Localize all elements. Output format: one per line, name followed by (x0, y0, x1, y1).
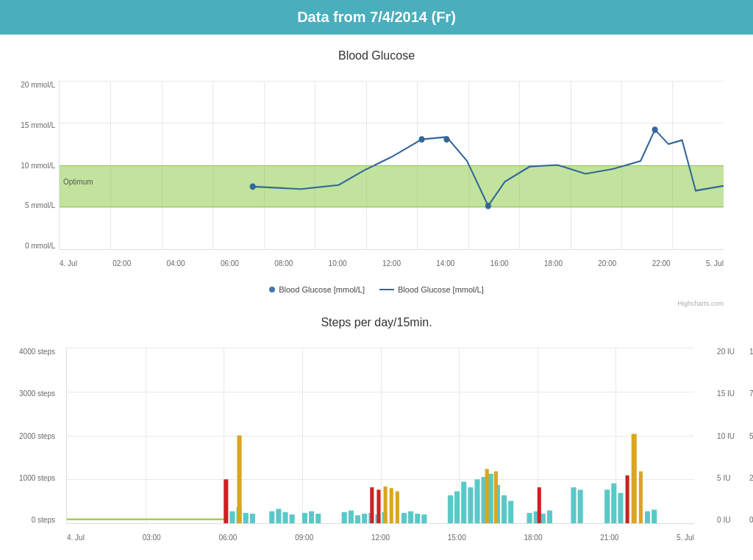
bg-x-0: 4. Jul (60, 259, 77, 268)
steps-x-0: 4. Jul (67, 534, 85, 542)
step-bar-15 (362, 514, 367, 523)
bg-legend-dot-icon (269, 287, 275, 292)
bg-x-1: 02:00 (113, 259, 131, 268)
insulin-bar-5 (626, 475, 629, 523)
bg-x-2: 04:00 (167, 259, 185, 268)
steps-y-iu-5: 5 IU (717, 474, 735, 482)
step-bar-11 (315, 514, 321, 523)
insulin-bar-3 (376, 489, 380, 523)
step-bar-41 (618, 493, 623, 523)
bg-x-10: 20:00 (598, 259, 616, 268)
bg-dot-3 (443, 136, 449, 143)
carb-bar-2 (384, 487, 388, 523)
bg-y-label-15: 15 mmol/L (18, 121, 55, 129)
bg-svg (60, 81, 724, 249)
steps-y-axis-right-g: 100 g 75 g 50 g 25 g 0 g (749, 348, 753, 524)
step-bar-24 (454, 492, 460, 523)
steps-y-1000: 1000 steps (18, 474, 55, 482)
bg-highcharts-credit: Highcharts.com (15, 300, 738, 309)
step-bar-12 (342, 512, 347, 523)
carb-bar-3 (390, 488, 393, 523)
bg-dot-2 (418, 136, 424, 143)
step-bar-3 (243, 513, 249, 523)
step-bar-4 (250, 514, 255, 523)
steps-x-2: 06:00 (218, 534, 237, 542)
steps-y-g-100: 100 g (749, 348, 753, 356)
bg-legend-dot: Blood Glucose [mmol/L] (269, 285, 365, 294)
bg-x-5: 10:00 (329, 259, 347, 268)
steps-legend: Steps [steps] Depth of sleep Insulin [IU… (15, 553, 738, 560)
steps-y-axis-left: 4000 steps 3000 steps 2000 steps 1000 st… (18, 348, 55, 524)
step-bar-6 (276, 509, 281, 523)
steps-y-2000: 2000 steps (18, 432, 55, 440)
bg-legend-line-label: Blood Glucose [mmol/L] (398, 285, 484, 294)
bg-y-axis: 20 mmol/L 15 mmol/L 10 mmol/L 5 mmol/L 0… (18, 81, 55, 250)
step-bar-14 (355, 515, 360, 523)
steps-chart-area: 4000 steps 3000 steps 2000 steps 1000 st… (15, 333, 738, 560)
steps-x-4: 12:00 (371, 534, 390, 542)
steps-y-iu-20: 20 IU (717, 348, 735, 356)
carb-bar-1 (238, 436, 242, 524)
step-bar-37 (571, 487, 576, 523)
steps-chart-inner: 4. Jul 03:00 06:00 09:00 12:00 15:00 18:… (66, 348, 694, 524)
bg-x-6: 12:00 (382, 259, 401, 268)
bg-chart: 20 mmol/L 15 mmol/L 10 mmol/L 5 mmol/L 0… (59, 66, 724, 279)
step-bar-1 (229, 511, 235, 523)
step-bar-13 (349, 511, 354, 523)
steps-x-7: 21:00 (600, 534, 618, 542)
header-title: Data from 7/4/2014 (Fr) (297, 9, 456, 25)
insulin-bar-4 (538, 487, 541, 523)
step-bar-33 (527, 513, 532, 523)
step-bar-39 (604, 489, 610, 523)
bg-chart-title: Blood Glucose (15, 49, 738, 62)
step-bar-40 (611, 484, 616, 523)
bg-x-axis: 4. Jul 02:00 04:00 06:00 08:00 10:00 12:… (60, 259, 724, 268)
bg-chart-inner: Optimum 4. Jul 02:00 04:00 (59, 81, 724, 250)
step-bar-42 (645, 511, 650, 523)
step-bar-7 (282, 512, 288, 523)
bg-legend-line: Blood Glucose [mmol/L] (379, 285, 484, 294)
charts-container: Blood Glucose 20 mmol/L 15 mmol/L 10 mmo… (0, 35, 753, 560)
steps-y-g-75: 75 g (749, 390, 753, 398)
bg-x-11: 22:00 (652, 259, 671, 268)
bg-dot-4 (485, 203, 491, 209)
steps-y-iu-0: 0 IU (717, 516, 735, 524)
step-bar-8 (290, 514, 295, 523)
steps-x-1: 03:00 (143, 534, 161, 542)
steps-x-6: 18:00 (524, 534, 542, 542)
bg-legend: Blood Glucose [mmol/L] Blood Glucose [mm… (15, 279, 738, 300)
steps-y-g-25: 25 g (749, 474, 753, 482)
steps-y-iu-10: 10 IU (717, 432, 735, 440)
step-bar-21 (415, 514, 420, 523)
bg-x-3: 06:00 (221, 259, 239, 268)
carb-bar-8 (639, 471, 643, 523)
bg-y-label-20: 20 mmol/L (18, 81, 55, 89)
carb-bar-6 (494, 471, 498, 523)
insulin-bar-1 (224, 479, 228, 523)
bg-chart-area: 20 mmol/L 15 mmol/L 10 mmol/L 5 mmol/L 0… (15, 66, 738, 309)
step-bar-29 (488, 474, 493, 523)
steps-x-axis: 4. Jul 03:00 06:00 09:00 12:00 15:00 18:… (67, 534, 694, 542)
steps-y-g-50: 50 g (749, 432, 753, 440)
steps-chart: 4000 steps 3000 steps 2000 steps 1000 st… (66, 333, 694, 553)
bg-legend-dot-label: Blood Glucose [mmol/L] (279, 285, 365, 294)
step-bar-31 (502, 495, 507, 523)
steps-y-0: 0 steps (18, 516, 55, 524)
steps-x-8: 5. Jul (677, 534, 694, 542)
bg-legend-line-icon (379, 289, 394, 290)
steps-y-3000: 3000 steps (18, 390, 55, 398)
steps-y-4000: 4000 steps (18, 348, 55, 356)
step-bar-36 (547, 511, 552, 523)
steps-x-3: 09:00 (295, 534, 313, 542)
step-bar-23 (448, 495, 453, 523)
step-bar-32 (508, 501, 513, 523)
steps-x-5: 15:00 (448, 534, 466, 542)
bg-x-7: 14:00 (436, 259, 454, 268)
bg-x-9: 18:00 (544, 259, 563, 268)
bg-x-12: 5. Jul (706, 259, 724, 268)
steps-y-axis-right-iu: 20 IU 15 IU 10 IU 5 IU 0 IU (717, 348, 735, 524)
steps-chart-title: Steps per day/15min. (15, 316, 738, 329)
step-bar-26 (468, 487, 473, 523)
bg-line (253, 130, 724, 207)
insulin-bar-2 (370, 487, 374, 523)
